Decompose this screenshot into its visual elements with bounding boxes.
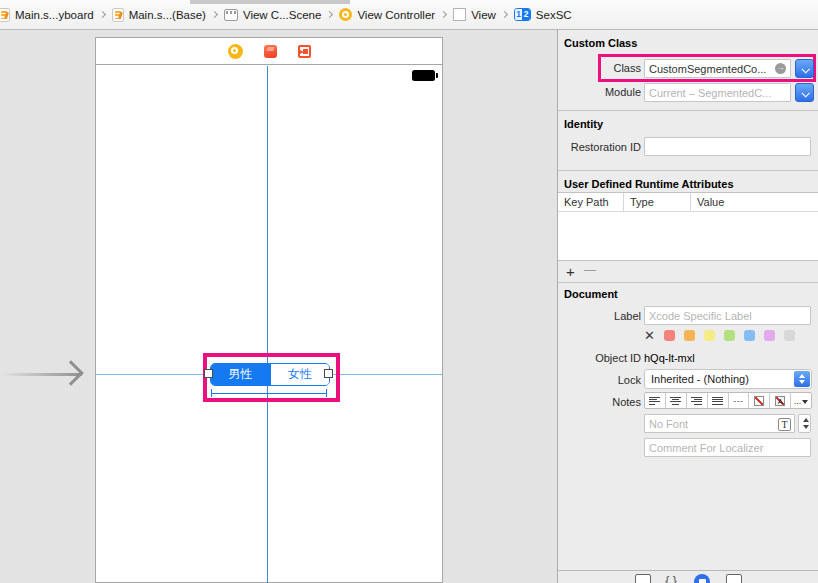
font-size-stepper[interactable] [798, 414, 811, 433]
code-snippet-library-icon[interactable]: { } [663, 574, 679, 583]
no-text-color-icon: A [775, 396, 785, 406]
view-icon [453, 8, 466, 21]
notes-font-input[interactable] [649, 418, 790, 430]
color-swatch-orange[interactable] [684, 330, 695, 341]
no-fill-color-button[interactable] [749, 393, 770, 408]
divider [558, 170, 818, 171]
segment-female[interactable]: 女性 [270, 364, 330, 385]
segment-male[interactable]: 男性 [211, 364, 270, 385]
module-label: Module [558, 86, 641, 98]
breadcrumb-label: Main.s...(Base) [129, 9, 206, 21]
clear-color-button[interactable]: ✕ [644, 330, 655, 341]
media-library-icon[interactable] [726, 574, 742, 583]
chevron-right-icon [211, 11, 218, 18]
document-section-title: Document [564, 288, 618, 300]
first-responder-icon[interactable] [264, 45, 277, 58]
align-center-icon [670, 397, 681, 405]
column-value: Value [691, 193, 818, 211]
measure-tick [326, 389, 327, 397]
runtime-attributes-section-title: User Defined Runtime Attributes [564, 178, 734, 190]
align-justify-icon [712, 397, 723, 405]
breadcrumb-item-scene[interactable]: View C...Scene [224, 9, 321, 21]
localizer-comment-input[interactable] [649, 442, 806, 454]
file-template-library-icon[interactable] [635, 574, 651, 583]
align-right-button[interactable] [687, 393, 708, 408]
runtime-attributes-header: Key Path Type Value [558, 193, 818, 212]
breadcrumb-item-view[interactable]: View [453, 8, 496, 21]
remove-attribute-button[interactable]: — [584, 263, 596, 277]
align-justify-button[interactable] [708, 393, 729, 408]
breadcrumb-item-storyboard-base[interactable]: Main.s...(Base) [112, 8, 206, 22]
class-navigate-icon[interactable] [775, 63, 786, 74]
breadcrumb-label: View [471, 9, 496, 21]
breadcrumb-item-storyboard[interactable]: Main.s...yboard [0, 8, 94, 22]
width-measure-line [211, 393, 327, 394]
chevron-right-icon [440, 11, 447, 18]
scene-dock [95, 37, 443, 65]
resize-handle-right[interactable] [324, 369, 333, 378]
align-left-button[interactable] [645, 393, 666, 408]
divider [558, 282, 818, 283]
lock-dropdown-stepper-icon [794, 371, 810, 387]
color-swatch-purple[interactable] [764, 330, 775, 341]
dashes-button[interactable]: --- [729, 393, 750, 408]
runtime-attributes-table[interactable]: Key Path Type Value [558, 192, 818, 261]
view-controller-icon [339, 8, 352, 21]
breadcrumb-label: Main.s...yboard [15, 9, 94, 21]
restoration-id-input[interactable] [649, 141, 806, 153]
restoration-id-field[interactable] [644, 137, 811, 156]
custom-class-section-title: Custom Class [564, 37, 637, 49]
lock-label: Lock [558, 374, 641, 386]
color-swatch-yellow[interactable] [704, 330, 715, 341]
document-label-input[interactable] [649, 310, 806, 322]
lock-dropdown[interactable]: Inherited - (Nothing) [644, 369, 812, 389]
segmented-control[interactable]: 男性 女性 [210, 363, 330, 386]
storyboard-file-icon [112, 8, 124, 22]
document-color-swatches: ✕ [644, 330, 795, 341]
exit-icon[interactable] [298, 45, 311, 58]
measure-tick [211, 389, 212, 397]
storyboard-file-icon [0, 8, 10, 22]
segmented-control-icon: 1 2 [514, 8, 531, 21]
color-swatch-blue[interactable] [744, 330, 755, 341]
document-label-field[interactable] [644, 306, 811, 325]
identity-inspector-panel: ? Custom Class Class CustomSegmentedCo..… [557, 0, 818, 583]
no-text-color-button[interactable]: A [770, 393, 791, 408]
scene-icon [224, 9, 238, 21]
restoration-id-label: Restoration ID [558, 141, 641, 153]
more-formatting-button[interactable]: ... [791, 393, 811, 408]
identity-section-title: Identity [564, 118, 603, 130]
divider [558, 110, 818, 111]
entry-point-arrow-head [58, 360, 83, 385]
module-dropdown-button[interactable] [795, 83, 814, 102]
breadcrumb-item-sexsc[interactable]: 1 2 SexSC [514, 8, 572, 21]
align-right-icon [691, 397, 702, 405]
object-library-icon[interactable] [694, 574, 710, 583]
window-tab-shadow [190, 0, 350, 4]
color-swatch-gray[interactable] [784, 330, 795, 341]
class-field[interactable]: CustomSegmentedCo... [644, 59, 791, 78]
view-controller-view[interactable] [95, 64, 443, 583]
breadcrumb-label: View C...Scene [243, 9, 321, 21]
module-field[interactable]: Current – SegmentedC... [644, 83, 791, 102]
color-swatch-green[interactable] [724, 330, 735, 341]
view-controller-icon[interactable] [228, 44, 243, 59]
column-key-path: Key Path [558, 193, 624, 211]
localizer-comment-field[interactable] [644, 438, 811, 457]
font-picker-button[interactable]: T [778, 418, 791, 431]
class-dropdown-button[interactable] [795, 59, 814, 78]
object-id-value: hQq-lt-mxl [644, 352, 695, 364]
storyboard-canvas[interactable]: 男性 女性 [0, 30, 557, 583]
notes-format-toolbar: --- A ... [644, 392, 812, 409]
document-label-label: Label [558, 310, 641, 322]
resize-handle-left[interactable] [204, 369, 213, 378]
vertical-guide-line [267, 66, 268, 583]
add-attribute-button[interactable]: + [566, 263, 575, 280]
align-left-icon [649, 397, 660, 405]
align-center-button[interactable] [666, 393, 687, 408]
chevron-right-icon [501, 11, 508, 18]
battery-status-icon [412, 70, 435, 81]
breadcrumb-item-view-controller[interactable]: View Controller [339, 8, 435, 21]
notes-font-field[interactable]: T [644, 414, 795, 433]
color-swatch-red[interactable] [664, 330, 675, 341]
